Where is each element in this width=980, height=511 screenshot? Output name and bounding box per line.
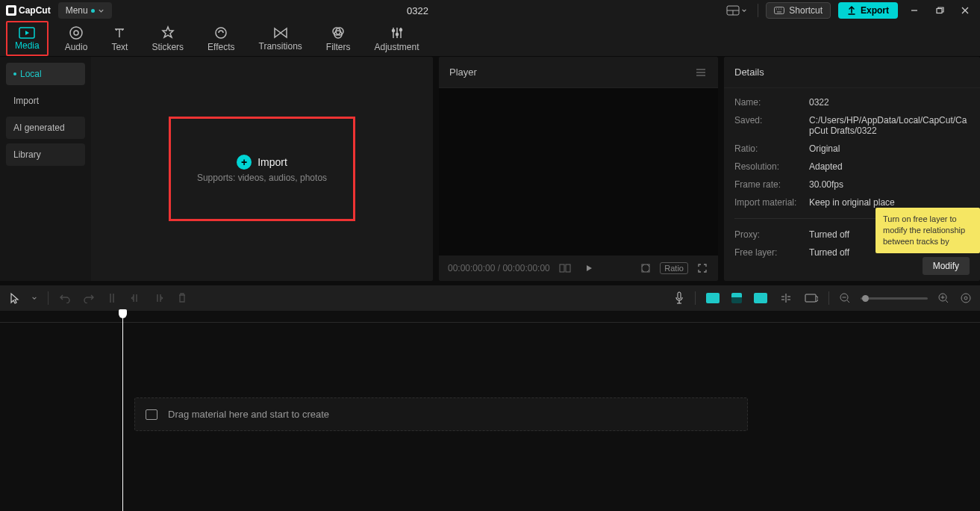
shortcut-button[interactable]: Shortcut (766, 2, 831, 19)
sidebar-item-library[interactable]: Library (6, 143, 85, 166)
tab-media-label: Media (15, 40, 40, 51)
redo-button[interactable] (81, 291, 96, 305)
preview-axis-button[interactable] (778, 291, 794, 305)
tab-transitions[interactable]: Transitions (252, 21, 310, 56)
axis-icon (779, 293, 793, 303)
tab-media[interactable]: Media (6, 21, 49, 56)
sidebar-item-import[interactable]: Import (6, 90, 85, 112)
player-title: Player (449, 66, 477, 78)
zoom-out-button[interactable] (838, 291, 852, 305)
chevron-down-icon (741, 7, 747, 13)
divider (828, 291, 829, 305)
tab-filters[interactable]: Filters (319, 21, 358, 56)
import-title-label: Import (258, 156, 287, 168)
sidebar-item-local[interactable]: Local (6, 63, 85, 85)
compare-button[interactable] (558, 262, 572, 274)
detail-value: C:/Users/HP/AppData/Local/CapCut/CapCut … (809, 115, 970, 136)
main-track-magnet-button[interactable] (705, 291, 721, 305)
effects-icon (213, 25, 228, 40)
tab-audio[interactable]: Audio (57, 21, 96, 56)
svg-point-11 (70, 27, 82, 39)
detail-label: Import material: (734, 197, 809, 208)
project-title: 0322 (119, 5, 717, 16)
player-viewport[interactable] (439, 88, 718, 256)
split-button[interactable] (105, 291, 119, 306)
trash-icon (177, 292, 187, 304)
drag-hint-label: Drag material here and start to create (168, 409, 329, 420)
delete-left-button[interactable] (128, 291, 143, 305)
tab-transitions-label: Transitions (259, 41, 302, 52)
cover-button[interactable] (803, 291, 820, 305)
active-dot-icon (13, 72, 16, 75)
film-icon (146, 409, 157, 420)
chip-icon (754, 293, 767, 303)
tab-text-label: Text (111, 42, 128, 52)
delete-right-button[interactable] (152, 291, 166, 305)
svg-point-21 (396, 33, 398, 35)
scale-button[interactable] (639, 261, 652, 275)
zoom-slider-knob[interactable] (862, 295, 869, 302)
details-panel: Details Name: 0322 Saved: C:/Users/HP/Ap… (724, 57, 980, 281)
playhead[interactable] (122, 311, 123, 511)
auto-snap-button[interactable] (730, 291, 743, 305)
layout-button[interactable] (723, 4, 750, 17)
details-title: Details (724, 57, 980, 88)
import-dropzone[interactable]: + Import Supports: videos, audios, photo… (169, 117, 355, 221)
close-button[interactable] (956, 6, 974, 15)
keyboard-icon (774, 7, 784, 14)
fullscreen-button[interactable] (696, 261, 709, 275)
tab-adjustment[interactable]: Adjustment (366, 21, 426, 56)
menu-button-label: Menu (66, 5, 88, 16)
main-area: Local Import AI generated Library + Impo… (0, 57, 980, 281)
close-icon (961, 6, 970, 15)
export-button[interactable]: Export (838, 2, 898, 19)
delete-button[interactable] (175, 291, 189, 306)
zoom-in-button[interactable] (937, 291, 950, 305)
sidebar-item-ai[interactable]: AI generated (6, 117, 85, 139)
divider (758, 4, 758, 17)
player-menu-button[interactable] (694, 66, 708, 78)
zoom-slider[interactable] (861, 297, 928, 300)
adjustment-icon (390, 25, 405, 40)
play-button[interactable] (583, 262, 595, 274)
menu-button[interactable]: Menu (58, 2, 112, 19)
tab-stickers[interactable]: Stickers (144, 21, 191, 56)
import-subtitle: Supports: videos, audios, photos (197, 173, 327, 183)
microphone-icon (674, 291, 684, 305)
tool-dropdown-button[interactable] (30, 294, 39, 303)
player-controls: 00:00:00:00 / 00:00:00:00 Ratio (439, 256, 718, 281)
linkage-button[interactable] (752, 291, 769, 305)
track-area[interactable]: Drag material here and start to create (0, 323, 980, 431)
drag-hint: Drag material here and start to create (134, 397, 748, 431)
hamburger-icon (696, 68, 706, 77)
detail-value: Original (809, 143, 970, 154)
tab-stickers-label: Stickers (152, 42, 184, 52)
titlebar-right: Shortcut Export (723, 2, 974, 19)
export-button-label: Export (861, 5, 889, 16)
minimize-button[interactable] (905, 6, 923, 15)
maximize-button[interactable] (931, 6, 949, 15)
zoom-fit-icon (961, 293, 971, 303)
tab-text[interactable]: Text (104, 21, 135, 56)
timeline[interactable]: Drag material here and start to create (0, 311, 980, 511)
ratio-button[interactable]: Ratio (660, 262, 688, 274)
svg-rect-3 (775, 7, 784, 14)
tab-effects[interactable]: Effects (200, 21, 242, 56)
undo-button[interactable] (57, 291, 72, 305)
player-timecode: 00:00:00:00 / 00:00:00:00 (448, 263, 550, 273)
modify-button[interactable]: Modify (923, 257, 970, 275)
svg-point-12 (74, 31, 78, 35)
media-sidebar: Local Import AI generated Library (0, 57, 91, 281)
compare-icon (559, 264, 571, 273)
svg-rect-37 (805, 294, 816, 302)
transitions-icon (272, 26, 289, 40)
sidebar-item-label: Import (13, 96, 39, 106)
record-button[interactable] (672, 290, 686, 306)
sidebar-item-label: AI generated (13, 123, 65, 133)
selection-tool-button[interactable] (7, 291, 21, 306)
zoom-fit-button[interactable] (959, 291, 973, 305)
zoom-out-icon (840, 293, 850, 303)
timeline-ruler[interactable] (0, 311, 980, 323)
tab-adjustment-label: Adjustment (374, 42, 419, 52)
detail-label: Saved: (734, 115, 809, 136)
